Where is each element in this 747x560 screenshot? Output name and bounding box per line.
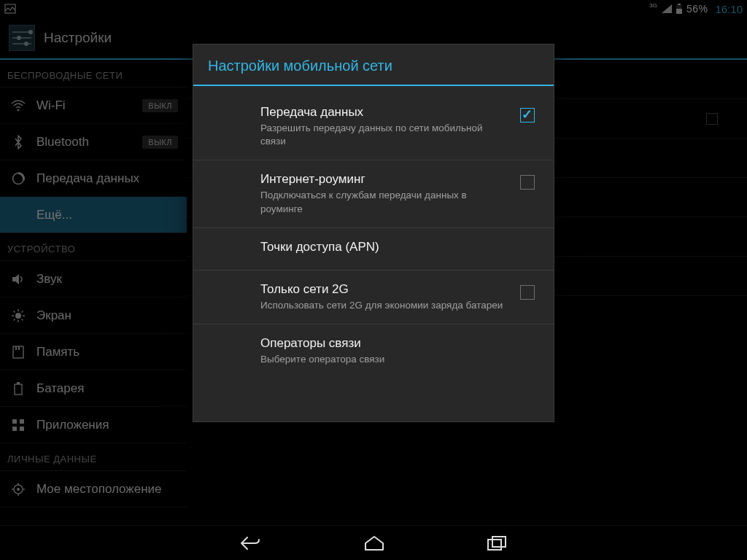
- svg-rect-33: [492, 537, 506, 547]
- dialog-item-label: Интернет-роуминг: [260, 172, 508, 187]
- back-button[interactable]: [239, 534, 262, 552]
- recents-button[interactable]: [487, 535, 508, 551]
- dialog-item-summary: Выберите оператора связи: [260, 353, 523, 366]
- dialog-item-operators[interactable]: Операторы связи Выберите оператора связи: [193, 324, 554, 378]
- dialog-checkbox[interactable]: [520, 285, 535, 300]
- dialog-item-label: Только сети 2G: [260, 282, 508, 297]
- dialog-item-apn[interactable]: Точки доступа (APN): [193, 228, 554, 271]
- dialog-checkbox[interactable]: [520, 108, 535, 122]
- dialog-item-summary: Разрешить передачу данных по сети мобиль…: [260, 122, 508, 148]
- dialog-item-label: Операторы связи: [260, 336, 523, 351]
- dialog-item-label: Передача данных: [260, 105, 508, 120]
- dialog-item-2g-only[interactable]: Только сети 2G Использовать сети 2G для …: [193, 271, 554, 324]
- dialog-item-data-enabled[interactable]: Передача данных Разрешить передачу данны…: [193, 93, 554, 160]
- mobile-network-dialog: Настройки мобильной сети Передача данных…: [193, 44, 554, 422]
- dialog-item-summary: Использовать сети 2G для экономии заряда…: [260, 299, 508, 312]
- system-navbar: [0, 525, 747, 560]
- dialog-checkbox[interactable]: [520, 175, 535, 190]
- dialog-item-roaming[interactable]: Интернет-роуминг Подключаться к службам …: [193, 160, 554, 228]
- dialog-item-label: Точки доступа (APN): [260, 240, 523, 254]
- dialog-item-summary: Подключаться к службам передачи данных в…: [260, 189, 508, 215]
- svg-rect-32: [488, 540, 501, 550]
- home-button[interactable]: [364, 535, 384, 551]
- dialog-title: Настройки мобильной сети: [193, 44, 554, 85]
